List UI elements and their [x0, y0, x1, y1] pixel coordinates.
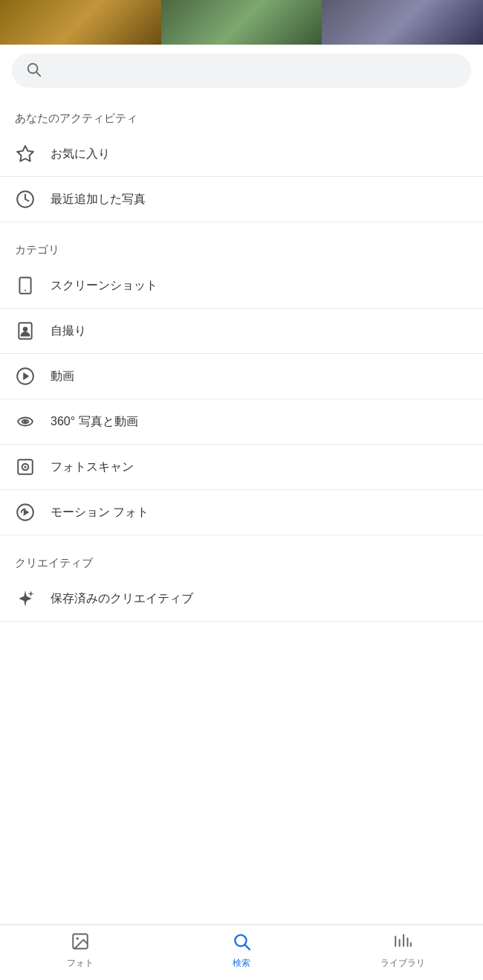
- photo-strip: [0, 0, 483, 45]
- menu-item-saved-creative[interactable]: 保存済みのクリエイティブ: [0, 576, 483, 622]
- svg-marker-2: [17, 146, 33, 161]
- nav-photos-label: フォト: [67, 957, 94, 970]
- activity-section-heading: あなたのアクティビティ: [0, 97, 483, 132]
- photoscan-label: フォトスキャン: [51, 460, 134, 475]
- svg-line-17: [245, 944, 250, 949]
- menu-item-screenshots[interactable]: スクリーンショット: [0, 263, 483, 309]
- photo-2: [161, 0, 322, 45]
- bottom-nav: フォト 検索 ライブラリ: [0, 924, 483, 980]
- search-nav-icon: [232, 932, 251, 954]
- svg-point-12: [24, 465, 26, 468]
- clock-icon: [15, 189, 36, 210]
- photo-scan-icon: [15, 457, 36, 477]
- motion-label: モーション フォト: [51, 505, 149, 520]
- nav-item-photos[interactable]: フォト: [0, 932, 161, 970]
- search-bar-container: [0, 45, 483, 97]
- 360-label: 360° 写真と動画: [51, 414, 138, 430]
- search-bar[interactable]: [12, 54, 471, 88]
- menu-item-photoscan[interactable]: フォトスキャン: [0, 445, 483, 490]
- svg-point-15: [77, 937, 79, 939]
- creative-section-heading: クリエイティブ: [0, 541, 483, 576]
- svg-point-7: [23, 327, 28, 332]
- nav-item-search[interactable]: 検索: [161, 932, 322, 970]
- star-icon: [15, 144, 36, 164]
- screenshots-label: スクリーンショット: [51, 278, 158, 294]
- motion-photo-icon: [15, 502, 36, 523]
- nav-item-library[interactable]: ライブラリ: [322, 932, 483, 970]
- person-icon: [15, 320, 36, 341]
- saved-creative-label: 保存済みのクリエイティブ: [51, 591, 193, 607]
- menu-item-selfie[interactable]: 自撮り: [0, 309, 483, 354]
- spacer-1: [0, 222, 483, 228]
- videos-label: 動画: [51, 369, 74, 384]
- menu-item-recent[interactable]: 最近追加した写真: [0, 177, 483, 222]
- search-icon: [25, 61, 42, 80]
- menu-item-motion[interactable]: モーション フォト: [0, 490, 483, 535]
- svg-rect-4: [19, 277, 30, 294]
- nav-library-label: ライブラリ: [380, 957, 425, 970]
- library-nav-icon: [393, 932, 412, 954]
- phone-icon: [15, 275, 36, 296]
- sparkle-icon: [15, 588, 36, 609]
- menu-item-360[interactable]: 360° 写真と動画: [0, 399, 483, 445]
- menu-item-favorites[interactable]: お気に入り: [0, 132, 483, 177]
- recent-label: 最近追加した写真: [51, 192, 146, 207]
- svg-line-1: [36, 72, 40, 76]
- main-content: あなたのアクティビティ お気に入り 最近追加した写真 カテゴリ スク: [0, 97, 483, 681]
- play-circle-icon: [15, 366, 36, 387]
- category-section-heading: カテゴリ: [0, 228, 483, 263]
- photo-1: [0, 0, 161, 45]
- menu-item-videos[interactable]: 動画: [0, 354, 483, 399]
- nav-search-label: 検索: [233, 957, 250, 970]
- spacer-2: [0, 535, 483, 541]
- svg-marker-9: [24, 373, 29, 380]
- 360-icon: [15, 411, 36, 432]
- favorites-label: お気に入り: [51, 146, 110, 162]
- photo-3: [322, 0, 483, 45]
- photo-nav-icon: [71, 932, 90, 954]
- selfie-label: 自撮り: [51, 323, 86, 339]
